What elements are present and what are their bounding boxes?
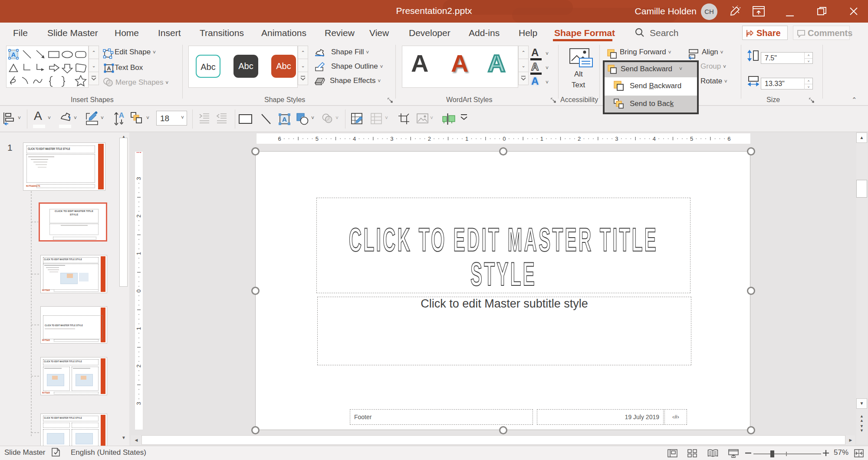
svg-text:0: 0 <box>135 289 142 292</box>
svg-text:4: 4 <box>653 136 656 142</box>
svg-text:A: A <box>11 51 16 58</box>
svg-text:1: 1 <box>135 327 142 330</box>
svg-text:3: 3 <box>390 136 393 142</box>
svg-text:A: A <box>119 111 124 119</box>
svg-text:1: 1 <box>465 136 468 142</box>
svg-text:2: 2 <box>135 215 142 218</box>
svg-text:6: 6 <box>727 136 730 142</box>
svg-text:4: 4 <box>353 136 356 142</box>
svg-text:5: 5 <box>690 136 693 142</box>
svg-text:5: 5 <box>316 136 319 142</box>
svg-text:1: 1 <box>540 136 543 142</box>
svg-text:3: 3 <box>135 402 142 405</box>
svg-text:A: A <box>107 65 111 72</box>
svg-text:3: 3 <box>615 136 618 142</box>
svg-text:2: 2 <box>428 136 431 142</box>
svg-text:2: 2 <box>578 136 581 142</box>
svg-text:2: 2 <box>135 364 142 367</box>
svg-text:A: A <box>282 116 287 123</box>
svg-text:6: 6 <box>278 136 281 142</box>
svg-text:0: 0 <box>503 136 506 142</box>
svg-text:1: 1 <box>135 252 142 255</box>
svg-text:3: 3 <box>135 177 142 180</box>
